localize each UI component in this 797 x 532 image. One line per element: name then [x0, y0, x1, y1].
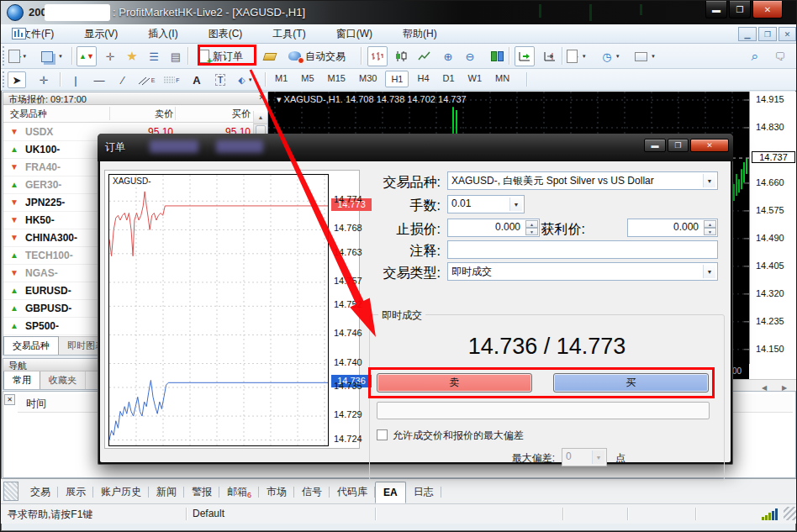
crosshair-cursor-button[interactable]: ✛ [100, 46, 120, 66]
bottom-tab-代码库[interactable]: 代码库 [330, 481, 375, 503]
bottom-tab-警报[interactable]: 警报 [184, 481, 219, 503]
open-account-icon[interactable] [260, 46, 280, 66]
scroll-up-icon[interactable]: ▲ [254, 111, 267, 124]
direction-arrow-icon: ▼ [10, 233, 18, 242]
arrows-tool[interactable]: ⬖▼ [236, 71, 255, 88]
bottom-tab-日志[interactable]: 日志 [406, 481, 441, 503]
auto-trading-icon [288, 50, 302, 62]
line-chart-type-button[interactable] [414, 46, 435, 66]
channel-tool[interactable]: E [137, 71, 156, 88]
bottom-tab-邮箱[interactable]: 邮箱6 [219, 481, 259, 503]
timeframe-D1[interactable]: D1 [438, 71, 460, 87]
timeframe-H4[interactable]: H4 [412, 71, 434, 87]
chevron-down-icon[interactable]: ▼ [703, 174, 715, 187]
horizontal-line-tool[interactable]: — [90, 71, 108, 88]
indicators-button[interactable]: +▼ [567, 46, 587, 66]
direction-arrow-icon: ▼ [10, 215, 18, 224]
max-deviation-select[interactable]: 0▼ [562, 448, 607, 466]
order-dialog-title: 订单 [105, 140, 125, 155]
bottom-tab-市场[interactable]: 市场 [259, 481, 294, 503]
menu-item[interactable]: 插入(I) [138, 24, 187, 44]
market-watch-button[interactable]: ☰ [144, 46, 164, 66]
deviation-checkbox[interactable] [377, 429, 388, 440]
chevron-down-icon[interactable]: ▼ [703, 265, 715, 278]
bottom-tab-账户历史[interactable]: 账户历史 [93, 481, 149, 503]
take-profit-stepper[interactable]: ▲▼ [704, 220, 716, 235]
chat-icon[interactable]: 🗨 [770, 46, 790, 66]
timeframe-M30[interactable]: M30 [354, 71, 382, 87]
bottom-tab-交易[interactable]: 交易 [23, 481, 58, 503]
auto-scroll-button[interactable] [515, 46, 535, 66]
timeframe-M1[interactable]: M1 [270, 71, 293, 87]
resize-grip[interactable] [784, 507, 797, 520]
order-dialog-body: XAGUSD- 14.773 14.736 14.77414.76814.763… [100, 161, 731, 462]
auto-trading-button[interactable]: 自动交易 [285, 46, 349, 66]
terminal-close-icon[interactable]: ✕ [4, 394, 15, 405]
order-type-select[interactable]: 即时成交▼ [447, 262, 718, 281]
crosshair-tool[interactable]: ✛ [34, 71, 53, 88]
dialog-close-button[interactable]: ✕ [690, 139, 729, 152]
volume-select[interactable]: 0.01▼ [447, 195, 525, 213]
status-profile[interactable]: Default [193, 508, 224, 519]
menu-item[interactable]: 帮助(H) [393, 24, 447, 44]
timeframe-M15[interactable]: M15 [323, 71, 351, 87]
price-axis[interactable]: 14.91514.83014.66014.57514.49014.40514.3… [749, 92, 797, 364]
chart-restore-button[interactable]: ❐ [758, 27, 777, 41]
window-minimize-button[interactable]: ▬ [705, 1, 727, 18]
timeframe-M5[interactable]: M5 [296, 71, 319, 87]
profiles-button[interactable]: ▼ [41, 46, 63, 66]
menu-item[interactable]: 图表(C) [198, 24, 253, 44]
chevron-down-icon[interactable]: ▼ [509, 198, 522, 211]
vertical-line-tool[interactable]: | [66, 71, 85, 88]
bottom-tab-EA[interactable]: EA [375, 482, 406, 503]
navigator-tab[interactable]: 常用 [3, 371, 40, 389]
current-price-label: 14.737 [752, 151, 795, 163]
menu-item[interactable]: 显示(V) [74, 24, 128, 44]
menu-item[interactable]: 工具(T) [262, 24, 315, 44]
direction-arrow-icon: ▼ [10, 127, 18, 136]
symbol-select[interactable]: XAGUSD-, 白银美元 Spot Silver vs US Dollar▼ [447, 171, 718, 190]
bottom-tab-展示[interactable]: 展示 [58, 481, 93, 503]
take-profit-input[interactable]: 0.000▲▼ [627, 219, 718, 237]
market-watch-close-icon[interactable]: ✕ [258, 93, 265, 102]
search-icon[interactable]: ⌕ [745, 46, 765, 66]
navigator-tab[interactable]: 收藏夹 [40, 371, 86, 389]
timeframe-W1[interactable]: W1 [463, 71, 488, 87]
timeframe-H1[interactable]: H1 [385, 71, 409, 87]
trendline-tool[interactable]: ∕ [113, 71, 132, 88]
zoom-out-button[interactable]: ⊖ [460, 46, 480, 66]
bottom-tab-信号[interactable]: 信号 [294, 481, 330, 503]
zoom-in-button[interactable]: ⊕ [438, 46, 458, 66]
direction-arrow-icon: ▼ [10, 162, 18, 171]
candlestick-type-button[interactable] [391, 46, 411, 66]
terminal-tab-bar: 交易展示账户历史新闻警报邮箱6市场信号代码库EA日志 [1, 478, 797, 503]
cursor-tool[interactable]: ➤ [8, 71, 26, 88]
comment-label: 注释: [356, 243, 441, 261]
comment-input[interactable] [447, 240, 718, 259]
tile-windows-button[interactable] [487, 46, 507, 66]
dialog-maximize-button[interactable]: ❐ [668, 139, 689, 152]
chart-shift-button[interactable] [540, 46, 560, 66]
timeframe-MN[interactable]: MN [490, 71, 515, 87]
data-window-button[interactable]: ▤ [166, 46, 186, 66]
favorites-folder-button[interactable]: ★ [122, 46, 142, 66]
new-chart-button[interactable]: +▼ [8, 46, 28, 66]
menu-item[interactable]: 窗口(W) [326, 24, 383, 44]
bottom-tab-新闻[interactable]: 新闻 [149, 481, 184, 503]
templates-button[interactable]: ▼ [635, 46, 656, 66]
dialog-minimize-button[interactable]: ▬ [644, 139, 666, 152]
fibonacci-tool[interactable]: F [162, 71, 181, 88]
points-label: 点 [615, 451, 625, 466]
window-close-button[interactable]: ✕ [752, 1, 783, 18]
text-tool[interactable]: A [187, 71, 206, 88]
chart-close-button[interactable]: ✕ [779, 27, 796, 41]
chart-minimize-button[interactable]: ▁ [738, 27, 757, 41]
tick-chart-toggle[interactable]: ▲▼ [77, 46, 97, 66]
window-maximize-button[interactable]: ❐ [729, 1, 751, 18]
timeframes-menu-button[interactable]: ◷▼ [601, 46, 621, 66]
order-dialog-titlebar[interactable]: 订单 ▬ ❐ ✕ [98, 134, 733, 161]
menu-bar: 文件(F)显示(V)插入(I)图表(C)工具(T)窗口(W)帮助(H) [1, 24, 797, 44]
bar-chart-type-button[interactable] [367, 46, 388, 66]
market-watch-tab[interactable]: 交易品种 [3, 336, 59, 355]
text-label-tool[interactable]: T [211, 71, 230, 88]
